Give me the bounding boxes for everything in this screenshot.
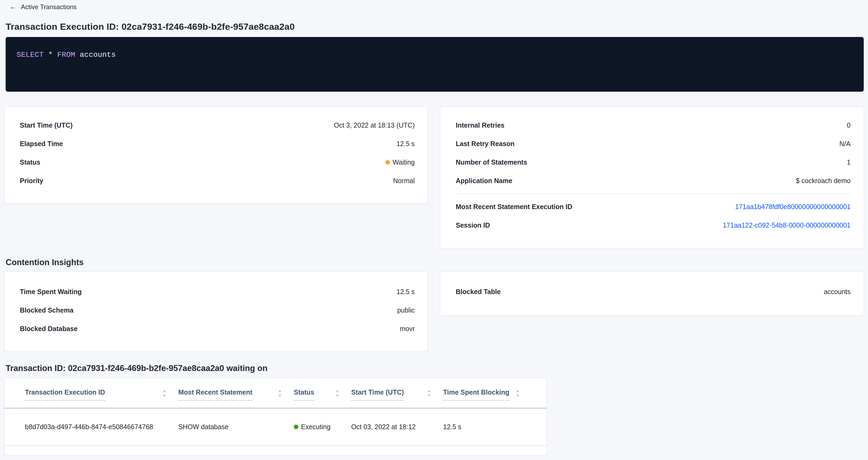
blocked-database-label: Blocked Database [20, 325, 78, 333]
elapsed-time-label: Elapsed Time [20, 140, 63, 148]
waiting-transactions-table: Transaction Execution ID ▲▼ Most Recent … [4, 378, 547, 455]
row-last-retry-reason: Last Retry Reason N/A [456, 134, 850, 153]
column-header-most-recent-statement[interactable]: Most Recent Statement ▲▼ [178, 389, 294, 408]
most-recent-statement-id-label: Most Recent Statement Execution ID [456, 203, 572, 211]
priority-value: Normal [393, 177, 415, 185]
blocked-table-label: Blocked Table [456, 288, 501, 296]
status-waiting-dot-icon [385, 160, 390, 164]
session-id-link[interactable]: 171aa122-c092-54b8-0000-000000000001 [723, 221, 850, 229]
summary-cards-row: Start Time (UTC) Oct 3, 2022 at 18:13 (U… [4, 107, 864, 248]
row-blocked-table: Blocked Table accounts [456, 282, 850, 301]
blocked-database-value: movr [400, 325, 415, 333]
internal-retries-value: 0 [847, 121, 850, 129]
cell-start-time: Oct 03, 2022 at 18:12 [351, 423, 443, 431]
sort-icon[interactable]: ▲▼ [162, 389, 166, 398]
number-of-statements-label: Number of Statements [456, 158, 527, 166]
column-header-time-spent-blocking[interactable]: Time Spent Blocking ▲▼ [443, 389, 532, 408]
row-time-spent-waiting: Time Spent Waiting 12.5 s [20, 282, 415, 301]
application-name-label: Application Name [456, 177, 512, 185]
application-name-value: $ cockroach demo [796, 177, 850, 185]
row-most-recent-statement-id: Most Recent Statement Execution ID 171aa… [456, 197, 850, 216]
elapsed-time-value: 12.5 s [397, 140, 415, 148]
session-id-label: Session ID [456, 221, 490, 229]
sort-icon[interactable]: ▲▼ [516, 389, 520, 398]
blocked-schema-label: Blocked Schema [20, 306, 73, 314]
sql-table-identifier: accounts [80, 51, 116, 59]
sort-icon[interactable]: ▲▼ [427, 389, 431, 398]
row-blocked-schema: Blocked Schema public [20, 301, 415, 319]
row-elapsed-time: Elapsed Time 12.5 s [20, 134, 415, 153]
internal-retries-label: Internal Retries [456, 121, 504, 129]
row-start-time: Start Time (UTC) Oct 3, 2022 at 18:13 (U… [20, 116, 415, 134]
cell-time-spent-blocking: 12.5 s [443, 423, 532, 431]
blocked-table-card: Blocked Table accounts [440, 272, 864, 315]
breadcrumb-label: Active Transactions [21, 2, 77, 11]
table-header-row: Transaction Execution ID ▲▼ Most Recent … [5, 378, 547, 408]
start-time-label: Start Time (UTC) [20, 121, 73, 129]
sql-statement-box: SELECT * FROM accounts [6, 37, 864, 92]
time-spent-waiting-value: 12.5 s [397, 288, 415, 296]
row-internal-retries: Internal Retries 0 [456, 116, 850, 134]
start-time-value: Oct 3, 2022 at 18:13 (UTC) [334, 121, 415, 129]
row-number-of-statements: Number of Statements 1 [456, 153, 850, 172]
row-status: Status Waiting [20, 153, 415, 172]
cell-transaction-execution-id: b8d7d03a-d497-446b-8474-e50846674768 [25, 423, 178, 431]
sort-icon[interactable]: ▲▼ [335, 389, 339, 398]
status-executing-dot-icon [294, 425, 298, 429]
waiting-on-heading: Transaction ID: 02ca7931-f246-469b-b2fe-… [6, 363, 868, 373]
time-spent-waiting-label: Time Spent Waiting [20, 288, 82, 296]
sql-keyword-select: SELECT [17, 51, 44, 59]
details-card: Internal Retries 0 Last Retry Reason N/A… [440, 107, 864, 248]
row-priority: Priority Normal [20, 172, 415, 190]
column-header-status[interactable]: Status ▲▼ [294, 389, 351, 408]
back-arrow-icon: ← [9, 2, 17, 11]
contention-insights-heading: Contention Insights [6, 257, 868, 268]
contention-cards-row: Time Spent Waiting 12.5 s Blocked Schema… [4, 272, 864, 351]
cell-status: Executing [294, 423, 351, 431]
blocked-table-value: accounts [824, 288, 850, 296]
row-session-id: Session ID 171aa122-c092-54b8-0000-00000… [456, 216, 850, 235]
column-header-transaction-execution-id[interactable]: Transaction Execution ID ▲▼ [25, 389, 178, 408]
sort-icon[interactable]: ▲▼ [278, 389, 282, 398]
last-retry-reason-value: N/A [839, 140, 850, 148]
status-badge: Waiting [385, 158, 415, 166]
card-divider [456, 193, 850, 194]
row-application-name: Application Name $ cockroach demo [456, 172, 850, 190]
number-of-statements-value: 1 [847, 158, 850, 166]
most-recent-statement-id-link[interactable]: 171aa1b478fdf0e80000000000000001 [735, 203, 850, 211]
blocked-schema-value: public [397, 306, 415, 314]
sql-star: * [48, 51, 53, 59]
contention-waiting-card: Time Spent Waiting 12.5 s Blocked Schema… [4, 272, 428, 351]
page-title: Transaction Execution ID: 02ca7931-f246-… [6, 21, 868, 32]
cell-most-recent-statement: SHOW database [178, 423, 294, 431]
sql-keyword-from: FROM [57, 51, 75, 59]
status-label: Status [20, 158, 40, 166]
back-link-active-transactions[interactable]: ← Active Transactions [9, 0, 77, 11]
table-row: b8d7d03a-d497-446b-8474-e50846674768 SHO… [5, 408, 547, 446]
row-blocked-database: Blocked Database movr [20, 319, 415, 338]
column-header-start-time[interactable]: Start Time (UTC) ▲▼ [351, 389, 443, 408]
priority-label: Priority [20, 177, 43, 185]
status-value: Waiting [393, 158, 415, 166]
last-retry-reason-label: Last Retry Reason [456, 140, 515, 148]
cell-status-value: Executing [301, 423, 331, 431]
overview-card: Start Time (UTC) Oct 3, 2022 at 18:13 (U… [4, 107, 428, 203]
